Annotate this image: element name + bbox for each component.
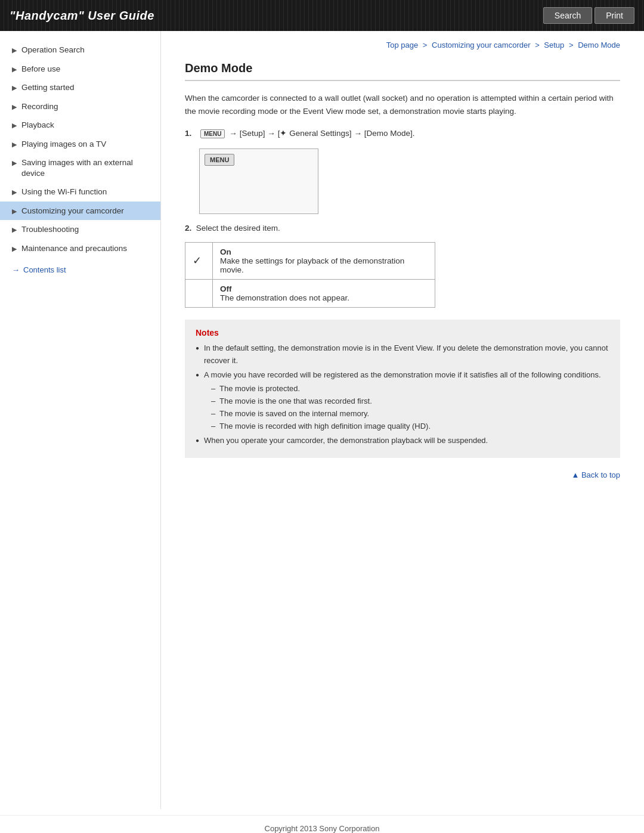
step2-number: 2. [185, 224, 191, 233]
list-item: The movie is protected. [211, 383, 609, 395]
menu-button-image: MENU [205, 154, 234, 166]
sidebar-item-wifi[interactable]: ▶ Using the Wi-Fi function [0, 182, 160, 202]
list-item: The movie is the one that was recorded f… [211, 395, 609, 408]
list-item: The movie is recorded with high definiti… [211, 420, 609, 433]
notes-list: In the default setting, the demonstratio… [196, 342, 609, 447]
option-off-description: The demonstration does not appear. [220, 293, 428, 302]
sidebar-item-recording[interactable]: ▶ Recording [0, 97, 160, 116]
breadcrumb-setup[interactable]: Setup [544, 41, 564, 49]
breadcrumb-customizing[interactable]: Customizing your camcorder [432, 41, 530, 49]
header: "Handycam" User Guide Search Print [0, 0, 644, 31]
menu-screenshot: MENU [199, 148, 318, 214]
sidebar-label: Playing images on a TV [21, 139, 151, 150]
list-item: When you operate your camcorder, the dem… [196, 435, 609, 447]
header-buttons: Search Print [543, 7, 634, 24]
main-layout: ▶ Operation Search ▶ Before use ▶ Gettin… [0, 31, 644, 809]
sidebar-item-playing-on-tv[interactable]: ▶ Playing images on a TV [0, 135, 160, 154]
chevron-right-icon: ▶ [12, 46, 17, 54]
search-button[interactable]: Search [543, 7, 592, 24]
sidebar-label: Customizing your camcorder [21, 206, 151, 216]
contents-list-label: Contents list [23, 265, 66, 274]
breadcrumb: Top page > Customizing your camcorder > … [185, 41, 620, 49]
contents-list-link[interactable]: → Contents list [0, 258, 160, 277]
sidebar-label: Getting started [21, 82, 151, 93]
checkmark-cell: ✓ [185, 242, 213, 279]
note-text-3: When you operate your camcorder, the dem… [204, 436, 488, 445]
step1-demomode: [Demo Mode]. [364, 129, 415, 138]
option-on-description: Make the settings for playback of the de… [220, 256, 428, 274]
sidebar-label: Saving images with an external device [21, 157, 151, 178]
sidebar-item-playback[interactable]: ▶ Playback [0, 116, 160, 135]
sidebar-item-getting-started[interactable]: ▶ Getting started [0, 78, 160, 97]
chevron-right-icon: ▶ [12, 188, 17, 196]
menu-icon: MENU [200, 129, 225, 138]
back-to-top-label: ▲ Back to top [571, 470, 620, 479]
copyright-text: Copyright 2013 Sony Corporation [265, 824, 380, 833]
breadcrumb-current: Demo Mode [578, 41, 620, 49]
chevron-right-icon: ▶ [12, 207, 17, 215]
sidebar-item-before-use[interactable]: ▶ Before use [0, 60, 160, 79]
subitem-3: The movie is saved on the internal memor… [219, 409, 369, 418]
note-text-1: In the default setting, the demonstratio… [204, 343, 608, 365]
step2-text: Select the desired item. [196, 224, 280, 233]
back-to-top: ▲ Back to top [185, 470, 620, 479]
step-2: 2. Select the desired item. [185, 224, 620, 233]
list-item: A movie you have recorded will be regist… [196, 369, 609, 432]
breadcrumb-sep: > [569, 41, 575, 49]
sidebar-label: Maintenance and precautions [21, 243, 151, 254]
option-off-name: Off [220, 284, 428, 293]
intro-text: When the camcorder is connected to a wal… [185, 92, 620, 117]
chevron-right-icon: ▶ [12, 159, 17, 167]
chevron-right-icon: ▶ [12, 83, 17, 92]
sidebar-label: Troubleshooting [21, 224, 151, 235]
sidebar: ▶ Operation Search ▶ Before use ▶ Gettin… [0, 31, 161, 809]
option-off-cell: Off The demonstration does not appear. [213, 279, 435, 307]
chevron-right-icon: ▶ [12, 244, 17, 253]
step1-arrow1: → [229, 129, 237, 138]
subitem-1: The movie is protected. [219, 384, 300, 393]
sidebar-label: Playback [21, 120, 151, 131]
footer: Copyright 2013 Sony Corporation [0, 815, 644, 833]
step1-arrow3: → [354, 129, 362, 138]
chevron-right-icon: ▶ [12, 121, 17, 129]
note-text-2: A movie you have recorded will be regist… [204, 370, 601, 379]
step1-setup: [Setup] [240, 129, 265, 138]
sidebar-item-troubleshooting[interactable]: ▶ Troubleshooting [0, 220, 160, 239]
sidebar-item-maintenance[interactable]: ▶ Maintenance and precautions [0, 239, 160, 258]
back-to-top-link[interactable]: ▲ Back to top [571, 470, 620, 479]
list-item: The movie is saved on the internal memor… [211, 408, 609, 420]
arrow-right-icon: → [12, 265, 20, 274]
subitem-4: The movie is recorded with high definiti… [219, 422, 431, 431]
empty-cell [185, 279, 213, 307]
page-title: Demo Mode [185, 61, 620, 81]
breadcrumb-sep: > [535, 41, 541, 49]
chevron-right-icon: ▶ [12, 103, 17, 111]
table-row: ✓ On Make the settings for playback of t… [185, 242, 435, 279]
step1-number: 1. [185, 129, 191, 138]
breadcrumb-sep: > [423, 41, 429, 49]
chevron-right-icon: ▶ [12, 225, 17, 234]
option-on-cell: On Make the settings for playback of the… [213, 242, 435, 279]
checkmark-icon: ✓ [193, 255, 205, 267]
subitem-2: The movie is the one that was recorded f… [219, 397, 372, 405]
sidebar-item-operation-search[interactable]: ▶ Operation Search [0, 41, 160, 60]
step-1: 1. MENU → [Setup] → [✦ General Settings]… [185, 127, 620, 140]
notes-box: Notes In the default setting, the demons… [185, 320, 620, 458]
notes-title: Notes [196, 328, 609, 337]
chevron-right-icon: ▶ [12, 140, 17, 148]
sidebar-label: Recording [21, 101, 151, 112]
option-on-name: On [220, 247, 428, 256]
sidebar-label: Using the Wi-Fi function [21, 187, 151, 197]
step1-arrow2: → [267, 129, 275, 138]
breadcrumb-top[interactable]: Top page [386, 41, 419, 49]
sub-list: The movie is protected. The movie is the… [204, 383, 609, 432]
step1-general: [✦ General Settings] [278, 129, 352, 138]
sidebar-item-saving-images[interactable]: ▶ Saving images with an external device [0, 153, 160, 182]
content-area: Top page > Customizing your camcorder > … [161, 31, 644, 809]
app-title: "Handycam" User Guide [10, 9, 154, 23]
sidebar-label: Operation Search [21, 45, 151, 55]
table-row: Off The demonstration does not appear. [185, 279, 435, 307]
sidebar-item-customizing[interactable]: ▶ Customizing your camcorder [0, 202, 160, 221]
print-button[interactable]: Print [595, 7, 634, 24]
chevron-right-icon: ▶ [12, 65, 17, 73]
